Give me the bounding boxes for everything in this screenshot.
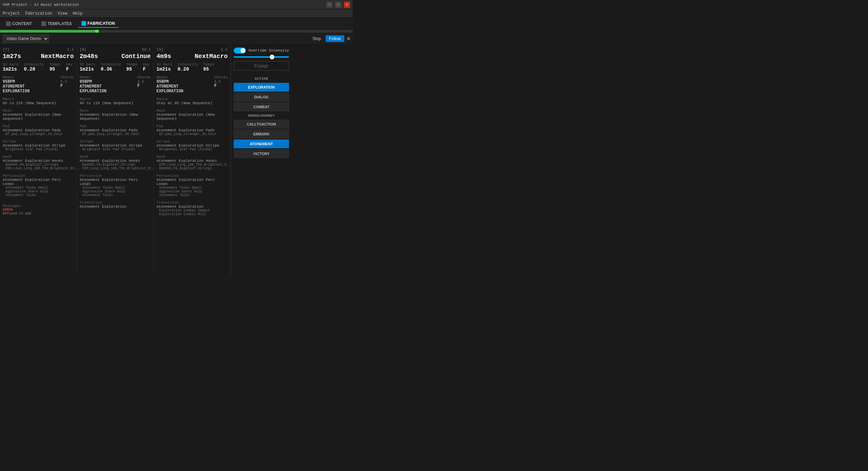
menu-button[interactable]: ≡ (347, 36, 350, 42)
seq7-chords-label: Chords (60, 75, 74, 79)
seq9-stripe-block: Stripe Atonement Exploration Stripe Brig… (156, 139, 228, 151)
hj-embark-button[interactable]: EMBARK (234, 130, 289, 138)
seq7-bpm: 95BPM (3, 79, 30, 84)
seq7-tempo-label: Tempo (50, 62, 61, 67)
seq9-main-block: Main Atonement Exploration (New Sequence… (156, 109, 228, 121)
seq7-stripe-sub: Brightest Star Pad (Fixed) (3, 148, 74, 151)
stop-button[interactable]: Stop (310, 36, 323, 42)
window-controls: ─ □ ✕ (326, 2, 350, 8)
seq9-trans-val: Atonement Exploration (156, 205, 228, 209)
seq8-main-label: Main (80, 109, 151, 113)
maximize-button[interactable]: □ (335, 2, 341, 8)
seq8-percussion-block: Percussion Atonement Exploration Perc Lo… (80, 174, 151, 197)
menubar: Project Fabrication View Help (0, 10, 353, 18)
seq7-macro-val: 95 to 115 (New Sequence) (3, 101, 74, 105)
minimize-button[interactable]: ─ (326, 2, 332, 8)
seq8-pad-label: Pad (80, 124, 151, 128)
menu-fabrication[interactable]: Fabrication (25, 11, 52, 16)
intensity-slider-knob[interactable] (270, 55, 274, 59)
seq9-meme1: ATONEMENT (156, 84, 183, 89)
seq9-stripe-sub: Brightest Star Pad (Fixed) (156, 148, 228, 151)
intensity-slider-track[interactable] (234, 56, 289, 58)
action-exploration-button[interactable]: EXPLORATION (234, 83, 289, 92)
seq9-trans-sub2: Exploration Cymbal Roll (156, 212, 228, 216)
seq7-perc-sub3: Atonement Taiko (3, 193, 74, 197)
override-toggle[interactable] (234, 48, 246, 54)
seq8-stripe-val: Atonement Exploration Stripe (80, 144, 151, 148)
seq7-perc-label: Percussion (3, 174, 74, 178)
seq7-perc-val: Atonement Exploration Perc Loops (3, 178, 74, 186)
seq8-next: Continue (121, 53, 151, 60)
follow-button[interactable]: Follow (326, 35, 344, 42)
seq7-hook-val: Atonement Exploration Hooks (3, 159, 74, 163)
main-area: [7] 1.1 1m27s NextMacro 32 bars 1m21s In… (0, 45, 353, 275)
menu-help[interactable]: Help (73, 11, 82, 16)
hj-calltoaction-button[interactable]: CALLTOACTION (234, 120, 289, 129)
action-combat-button[interactable]: COMBAT (234, 102, 289, 111)
seq8-bpm: 95BPM (80, 79, 107, 84)
seq9-chords-label: Chords (214, 75, 228, 79)
seq9-tempo: 95 (203, 67, 214, 72)
seq8-tempo-label: Tempo (126, 62, 137, 67)
seq9-duration: 1m21s (156, 67, 172, 72)
right-panel: Override Intensity Engage ACTION EXPLORA… (231, 45, 292, 275)
seq9-hook-block: Hook Atonement Exploration Hooks ESM_Loo… (156, 155, 228, 170)
seq7-main-val: Atonement Exploration (New Sequence) (3, 113, 74, 121)
seq8-chords-label: Chords (137, 75, 151, 79)
seq7-key-label: Key (66, 62, 73, 67)
seq8-intensity-label: Intensity (101, 62, 121, 67)
seq7-tempo: 95 (50, 67, 61, 72)
seq7-macro-block: Macro 95 to 115 (New Sequence) (3, 97, 74, 105)
seq8-meme1: ATONEMENT (80, 84, 107, 89)
seq8-stripe-sub: Brightest Star Pad (Fixed) (80, 148, 151, 151)
override-label: Override Intensity (249, 49, 289, 53)
seq9-perc-sub3: Atonement Taiko (156, 193, 228, 197)
seq8-pad-sub: EF_pad_loop_stranger_95_Fmin (80, 132, 151, 136)
seq8-index: [8] (80, 48, 86, 52)
tab-fabrication[interactable]: FABRICATION (78, 20, 118, 28)
seq9-transition-label: Transition (156, 201, 228, 205)
content-icon (6, 21, 11, 26)
seq7-main-label: Main (3, 109, 74, 113)
seq8-pad-block: Pad Atonement Exploration Pads EF_pad_lo… (80, 124, 151, 136)
hj-atonement-button[interactable]: ATONEMENT (234, 139, 289, 148)
engage-button[interactable]: Engage (234, 61, 289, 71)
tab-templates[interactable]: TEMPLATES (38, 20, 75, 27)
menu-view[interactable]: View (58, 11, 67, 16)
seq8-duration: 1m21s (80, 67, 95, 72)
seq7-index: [7] (3, 48, 9, 52)
seq7-macro-label: Macro (3, 97, 74, 101)
titlebar: VGM Project - XJ music workstation ─ □ ✕ (0, 0, 353, 10)
seq7-messages-label: Messages (3, 204, 74, 208)
seq9-bpm: 95BPM (156, 79, 183, 84)
seq9-intensity: 0.20 (178, 67, 198, 72)
seq8-perc-label: Percussion (80, 174, 151, 178)
seq9-tempo-label: Tempo (203, 62, 214, 67)
seq9-pad-sub: EF_pad_loop_stranger_95_Fmin (156, 132, 228, 136)
seq9-perc-label: Percussion (156, 174, 228, 178)
close-button[interactable]: ✕ (344, 2, 350, 8)
seq7-version: 1.1 (67, 48, 74, 52)
seq9-percussion-block: Percussion Atonement Exploration Perc Lo… (156, 174, 228, 197)
sequence-col-8: [8] 33.1 2m48s Continue 32 bars 1m21s In… (77, 45, 154, 275)
seq8-time: 2m48s (80, 53, 98, 60)
seq9-hook-label: Hook (156, 155, 228, 159)
seq8-perc-sub2: Aggressive Snare Gulp (80, 190, 151, 193)
seq8-macro-val: 95 to 115 (New Sequence) (80, 101, 151, 105)
intensity-slider-container (234, 56, 289, 58)
action-dialog-button[interactable]: DIALOG (234, 93, 289, 101)
seq9-transition-block: Transition Atonement Exploration Explora… (156, 201, 228, 216)
seq7-perc-sub2: Aggressive Snare Gulp (3, 190, 74, 193)
sequence-col-9: [9] 1.1 4m9s NextMacro 32 bars 1m21s Int… (154, 45, 231, 275)
seq9-hook-sub2: Bpm095_Fm_BigChief_Strings (156, 167, 228, 170)
demo-selector[interactable]: Video Game Demo (3, 35, 49, 43)
seq9-trans-sub1: Exploration Cymbal Impact (156, 209, 228, 212)
seq9-hook-sub1: ESM_Loop_Long_100_The_Brightest_S... (156, 163, 228, 167)
app-title: VGM Project - XJ music workstation (3, 3, 79, 7)
tab-content[interactable]: CONTENT (3, 20, 35, 27)
sequence-col-7: [7] 1.1 1m27s NextMacro 32 bars 1m21s In… (0, 45, 77, 275)
hj-victory-button[interactable]: VICTORY (234, 149, 289, 158)
fabrication-icon (81, 21, 86, 26)
menu-project[interactable]: Project (3, 11, 20, 16)
seq7-error-msg: Refused to add (3, 212, 74, 215)
